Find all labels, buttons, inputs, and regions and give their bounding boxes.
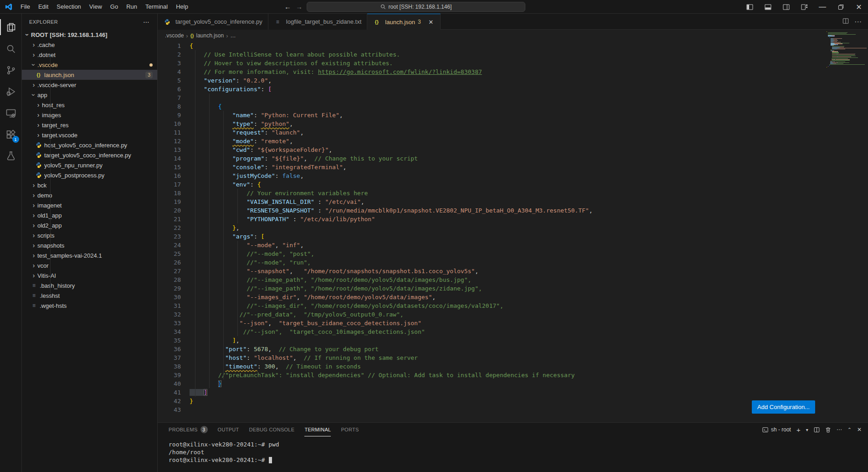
tree-root-item[interactable]: ›ROOT [SSH: 192.168.1.146] bbox=[22, 30, 157, 40]
tree-item-.bash-history[interactable]: ≡.bash_history bbox=[22, 280, 157, 290]
line-number: 32 bbox=[158, 310, 181, 319]
tree-item-host-yolov5-coco-inference.py[interactable]: host_yolov5_coco_inference.py bbox=[22, 140, 157, 150]
menu-go[interactable]: Go bbox=[106, 0, 122, 13]
tab-label: launch.json bbox=[385, 19, 415, 26]
tree-item-yolov5-postprocess.py[interactable]: yolov5_postprocess.py bbox=[22, 170, 157, 180]
restore-button[interactable] bbox=[832, 0, 850, 14]
split-editor-icon[interactable] bbox=[842, 18, 849, 26]
breadcrumb-folder[interactable]: .vscode bbox=[165, 32, 184, 39]
tree-item-label: old2_app bbox=[37, 222, 62, 229]
tree-item-host-res[interactable]: ›host_res bbox=[22, 100, 157, 110]
tree-item-test-samples-vai-2024.1[interactable]: ›test_samples-vai-2024.1 bbox=[22, 250, 157, 260]
code-editor[interactable]: 1{2 // Use IntelliSense to learn about p… bbox=[158, 41, 868, 422]
tree-item-.dotnet[interactable]: ›.dotnet bbox=[22, 50, 157, 60]
panel-tab-debug-console[interactable]: DEBUG CONSOLE bbox=[249, 423, 295, 436]
explorer-icon[interactable] bbox=[0, 16, 22, 38]
terminal-icon bbox=[762, 427, 768, 433]
terminal-line: root@xilinx-vek280-20241:~# bbox=[169, 456, 868, 464]
tree-item-old1-app[interactable]: ›old1_app bbox=[22, 210, 157, 220]
kill-terminal-icon[interactable] bbox=[825, 427, 831, 433]
tree-item-.vscode-server[interactable]: ›.vscode-server bbox=[22, 80, 157, 90]
tree-item-demo[interactable]: ›demo bbox=[22, 190, 157, 200]
command-center-search[interactable]: root [SSH: 192.168.1.146] bbox=[307, 2, 525, 12]
line-number: 18 bbox=[158, 189, 181, 197]
panel-more-actions-icon[interactable]: ⋯ bbox=[837, 426, 842, 433]
tree-item-scripts[interactable]: ›scripts bbox=[22, 230, 157, 240]
tree-item-target-yolov5-coco-inference.py[interactable]: target_yolov5_coco_inference.py bbox=[22, 150, 157, 160]
tree-item-label: yolov5_postprocess.py bbox=[44, 172, 104, 179]
layout-panel-icon[interactable] bbox=[759, 0, 777, 14]
explorer-more-actions-icon[interactable]: ⋯ bbox=[143, 18, 150, 26]
chevron-right-icon: › bbox=[35, 100, 42, 110]
menu-run[interactable]: Run bbox=[122, 0, 141, 13]
tree-item-vcor[interactable]: ›vcor bbox=[22, 260, 157, 270]
layout-sidebar-icon[interactable] bbox=[740, 0, 759, 14]
python-file-icon bbox=[35, 142, 42, 148]
minimize-button[interactable]: — bbox=[813, 0, 832, 14]
menu-help[interactable]: Help bbox=[172, 0, 192, 13]
line-number: 23 bbox=[158, 232, 181, 241]
source-control-icon[interactable] bbox=[0, 59, 22, 81]
menu-edit[interactable]: Edit bbox=[34, 0, 52, 13]
split-terminal-icon[interactable] bbox=[814, 427, 820, 433]
search-icon[interactable] bbox=[0, 38, 22, 59]
editor-more-actions-icon[interactable]: ⋯ bbox=[854, 17, 862, 26]
code-line: 8 { bbox=[158, 102, 868, 111]
python-file-icon bbox=[35, 152, 42, 158]
tree-item-target.vscode[interactable]: ›target.vscode bbox=[22, 130, 157, 140]
tab-close-icon[interactable]: ✕ bbox=[427, 19, 435, 26]
customize-layout-icon[interactable] bbox=[795, 0, 813, 14]
terminal-instance-label[interactable]: sh - root bbox=[762, 426, 791, 433]
tree-item-app[interactable]: ›app bbox=[22, 90, 157, 100]
menu-file[interactable]: File bbox=[16, 0, 34, 13]
breadcrumb-file[interactable]: launch.json bbox=[196, 32, 224, 39]
menu-view[interactable]: View bbox=[85, 0, 106, 13]
testing-icon[interactable] bbox=[0, 145, 22, 166]
launch-profile-dropdown-icon[interactable]: ▾ bbox=[806, 427, 808, 432]
run-and-debug-icon[interactable] bbox=[0, 81, 22, 102]
panel-tab-output[interactable]: OUTPUT bbox=[218, 423, 239, 436]
tab-launch.json[interactable]: {}launch.json3✕ bbox=[367, 14, 440, 30]
tree-item-.lesshst[interactable]: ≡.lesshst bbox=[22, 290, 157, 301]
tree-item-bck[interactable]: ›bck bbox=[22, 180, 157, 190]
maximize-panel-icon[interactable]: ⌃ bbox=[847, 427, 852, 433]
terminal[interactable]: root@xilinx-vek280-20241:~# pwd/home/roo… bbox=[158, 436, 868, 472]
extensions-icon[interactable]: 1 bbox=[0, 124, 22, 145]
forward-button[interactable]: → bbox=[296, 3, 303, 10]
tree-item-images[interactable]: ›images bbox=[22, 110, 157, 120]
tree-item-.vscode[interactable]: ›.vscode bbox=[22, 60, 157, 70]
code-line: 16 "justMyCode": false, bbox=[158, 171, 868, 180]
panel-tab-terminal[interactable]: TERMINAL bbox=[304, 423, 331, 436]
tree-item-.wget-hsts[interactable]: ≡.wget-hsts bbox=[22, 301, 157, 311]
tree-item-old2-app[interactable]: ›old2_app bbox=[22, 220, 157, 230]
line-number: 30 bbox=[158, 293, 181, 301]
close-panel-icon[interactable]: ✕ bbox=[857, 426, 862, 433]
back-button[interactable]: ← bbox=[284, 3, 291, 10]
tree-item-imagenet[interactable]: ›imagenet bbox=[22, 200, 157, 210]
text-file-icon: ≡ bbox=[30, 292, 38, 299]
tree-item-yolov5-npu-runner.py[interactable]: yolov5_npu_runner.py bbox=[22, 160, 157, 170]
tree-item-launch.json[interactable]: {}launch.json3 bbox=[22, 70, 157, 80]
tree-item-.cache[interactable]: ›.cache bbox=[22, 40, 157, 50]
line-number: 42 bbox=[158, 397, 181, 405]
breadcrumb-symbol[interactable]: … bbox=[231, 32, 236, 39]
vscode-logo-icon bbox=[5, 3, 13, 11]
tree-item-snapshots[interactable]: ›snapshots bbox=[22, 240, 157, 250]
code-line: 31 //"--images_dir", "/home/root/demo/yo… bbox=[158, 301, 868, 310]
panel-tab-ports[interactable]: PORTS bbox=[341, 423, 359, 436]
close-button[interactable]: ✕ bbox=[850, 0, 868, 14]
tab-target-yolov5-coco-inference.py[interactable]: target_yolov5_coco_inference.py bbox=[158, 14, 268, 30]
new-terminal-icon[interactable]: + bbox=[796, 426, 801, 434]
panel-tab-problems[interactable]: PROBLEMS3 bbox=[169, 423, 208, 436]
menu-selection[interactable]: Selection bbox=[52, 0, 85, 13]
menu-terminal[interactable]: Terminal bbox=[141, 0, 172, 13]
layout-secondary-sidebar-icon[interactable] bbox=[777, 0, 795, 14]
tab-logfile-target-bus-zidane.txt[interactable]: ≡logfile_target_bus_zidane.txt bbox=[268, 14, 368, 30]
tree-item-label: .dotnet bbox=[37, 52, 56, 58]
remote-explorer-icon[interactable] bbox=[0, 102, 22, 124]
tree-item-vitis-ai[interactable]: ›Vitis-AI bbox=[22, 270, 157, 280]
minimap[interactable] bbox=[825, 31, 868, 69]
tree-item-target-res[interactable]: ›target_res bbox=[22, 120, 157, 130]
add-configuration-button[interactable]: Add Configuration... bbox=[752, 400, 815, 414]
chevron-right-icon: › bbox=[35, 110, 42, 120]
